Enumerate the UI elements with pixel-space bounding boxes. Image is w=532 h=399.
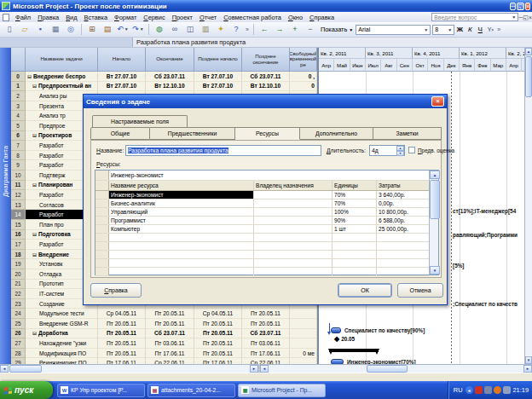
row-number[interactable]: 18 xyxy=(11,250,26,260)
chevron-down-icon[interactable]: ▼ xyxy=(124,27,129,32)
task-gantt-bar[interactable] xyxy=(331,327,341,333)
help-button[interactable]: Справка xyxy=(90,283,142,298)
collapse-icon[interactable]: ⊟ xyxy=(32,182,37,188)
row-number[interactable]: 6 xyxy=(11,131,26,142)
taskbar-button[interactable]: ▤ attachments_20-04-2... xyxy=(147,384,235,397)
table-row[interactable]: 0 ⊟Внедрение беспро Вт 27.07.10 Сб 23.07… xyxy=(11,72,317,82)
font-name-select[interactable]: Arial ▼ xyxy=(356,25,431,35)
month-header[interactable]: Мар xyxy=(491,59,506,72)
late-start-cell[interactable]: Вт 27.07.10 xyxy=(194,82,242,92)
start-cell[interactable]: Ср 04.05.11 xyxy=(98,309,146,319)
entry-bar-value[interactable]: Разработка плана развития продукта xyxy=(136,38,246,46)
month-header[interactable]: Апр xyxy=(319,59,334,72)
slack-cell[interactable] xyxy=(290,309,317,319)
menu-Проект[interactable]: Проект xyxy=(169,14,196,21)
cost-cell[interactable]: 0,00р. xyxy=(377,200,429,207)
question-box[interactable]: Введите вопрос ▼ xyxy=(431,13,518,21)
print-preview-icon[interactable]: ◎ xyxy=(64,23,78,36)
child-close-button[interactable]: × xyxy=(529,14,532,20)
column-header[interactable]: Начало xyxy=(98,48,146,72)
resource-name-cell[interactable]: Управляющий xyxy=(109,208,254,216)
late-start-cell[interactable]: Вт 27.07.10 xyxy=(194,72,242,82)
menu-Правка[interactable]: Правка xyxy=(34,14,62,21)
grid-vertical-scrollbar[interactable]: ▲ ▼ xyxy=(429,171,438,275)
show-button[interactable]: Показать ▼ xyxy=(318,26,356,33)
empty-resource-row[interactable] xyxy=(95,234,429,242)
units-cell[interactable]: 90% xyxy=(332,217,377,224)
late-start-cell[interactable]: Пт 20.05.11 xyxy=(194,349,242,359)
column-header[interactable]: Свободный временной ре xyxy=(290,48,317,72)
close-button[interactable]: × xyxy=(525,3,530,10)
month-header[interactable]: Сен xyxy=(397,59,413,72)
slack-cell[interactable] xyxy=(290,329,317,339)
scrollbar-thumb[interactable] xyxy=(367,365,408,373)
hide-subtasks-icon[interactable]: − xyxy=(304,23,317,36)
month-header[interactable]: Апр xyxy=(506,59,522,72)
late-start-cell[interactable]: Пт 20.05.11 xyxy=(194,338,242,349)
owner-cell[interactable] xyxy=(254,200,332,207)
units-cell[interactable]: 100% xyxy=(332,208,377,216)
scrollbar-thumb[interactable] xyxy=(430,180,440,219)
scroll-left-arrow[interactable]: ◄ xyxy=(260,365,269,373)
grid-edit-value[interactable]: Инженер-экономист xyxy=(109,171,429,180)
font-size-select[interactable]: 8 ▼ xyxy=(432,25,454,35)
table-row[interactable]: 1 ⊟Предпроектный ан Вт 27.07.10 Вт 12.10… xyxy=(11,82,317,92)
task-name-cell[interactable]: ⊟Предпроектный ан xyxy=(26,82,98,92)
empty-resource-row[interactable] xyxy=(95,251,429,259)
slack-cell[interactable]: 0 , xyxy=(290,72,317,82)
cost-cell[interactable]: 25 000,00р. xyxy=(377,225,429,233)
tab-Предшественники[interactable]: Предшественники xyxy=(150,127,235,140)
milestone[interactable]: ◆20.05 xyxy=(334,336,355,342)
row-number[interactable]: 9 xyxy=(11,160,26,171)
tab-Заметки[interactable]: Заметки xyxy=(373,127,442,140)
grid-column-header[interactable]: Единицы xyxy=(332,181,377,190)
late-start-cell[interactable]: Пт 20.05.11 xyxy=(194,319,242,329)
gantt-vertical-scrollbar[interactable]: ▲ ▼ xyxy=(524,48,532,364)
row-number[interactable]: 24 xyxy=(11,309,26,319)
task-name-cell[interactable]: Модификация ПО xyxy=(26,349,98,359)
empty-resource-row[interactable] xyxy=(95,259,429,268)
menu-Вставка[interactable]: Вставка xyxy=(81,14,111,21)
start-cell[interactable]: Пт 20.05.11 xyxy=(98,349,146,359)
grid-column-header[interactable]: Владелец назначения xyxy=(254,181,332,190)
tab-Ресурсы[interactable]: Ресурсы xyxy=(235,127,300,140)
resource-name-cell[interactable]: Компьютер xyxy=(109,225,254,233)
grid-column-header[interactable]: Название ресурса xyxy=(109,181,254,190)
resource-name-cell[interactable]: Бизнес-аналитик xyxy=(109,200,254,207)
month-header[interactable]: Ноя xyxy=(428,59,443,72)
hide-icons-chevron[interactable]: ◄ xyxy=(466,386,473,394)
scroll-right-arrow[interactable]: ► xyxy=(523,365,532,373)
scrollbar-thumb[interactable] xyxy=(525,56,532,97)
insert-hyperlink-icon[interactable]: ◍ xyxy=(153,23,166,36)
row-number[interactable]: 23 xyxy=(11,299,26,309)
row-number[interactable]: 13 xyxy=(11,200,26,211)
toolbar-options-chevron[interactable]: » xyxy=(246,26,249,32)
cancel-button[interactable]: Отмена xyxy=(397,283,443,298)
row-number[interactable]: 3 xyxy=(11,101,26,112)
row-number[interactable]: 15 xyxy=(11,220,26,230)
cost-cell[interactable]: 3 640,00р. xyxy=(377,191,429,199)
taskbar-button[interactable]: W КР Упр проектом [Р... xyxy=(57,384,145,397)
row-number[interactable]: 11 xyxy=(11,181,26,191)
units-cell[interactable]: 70% xyxy=(332,191,377,199)
quarter-header[interactable]: Кв. 3, 2011 xyxy=(366,48,413,59)
table-row[interactable]: 24 Модульное тести Ср 04.05.11 Пт 20.05.… xyxy=(11,309,317,319)
month-header[interactable]: Июл xyxy=(366,59,381,72)
gantt-wizard-icon[interactable]: ✦ xyxy=(214,23,228,36)
menu-Окно[interactable]: Окно xyxy=(285,14,306,21)
scroll-right-arrow[interactable]: ► xyxy=(250,365,258,373)
resource-row[interactable]: Компьютер 1 шт 25 000,00р. xyxy=(95,225,429,234)
menu-Сервис[interactable]: Сервис xyxy=(140,14,168,21)
redo-icon[interactable]: ↷▼ xyxy=(131,23,145,36)
unlink-tasks-icon[interactable]: ◫ xyxy=(183,23,197,36)
indent-icon[interactable]: → xyxy=(273,23,286,36)
quarter-header[interactable]: Кв. 2, 2011 xyxy=(319,48,366,59)
column-header[interactable]: Название задачи xyxy=(26,48,98,72)
empty-resource-row[interactable] xyxy=(95,242,429,251)
column-header[interactable]: Позднее начало xyxy=(194,48,242,72)
late-finish-cell[interactable]: Пт 20.05.11 xyxy=(242,309,290,319)
row-number[interactable]: 10 xyxy=(11,171,26,181)
start-cell[interactable]: Вт 27.07.10 xyxy=(98,72,146,82)
spin-down-icon[interactable]: ▼ xyxy=(396,151,404,156)
units-cell[interactable]: 1 шт xyxy=(332,225,377,233)
